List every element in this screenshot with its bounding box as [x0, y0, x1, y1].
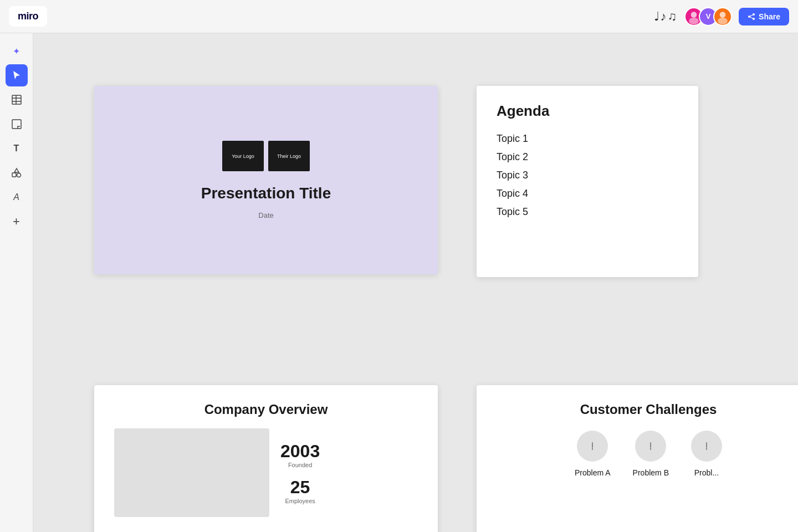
cursor-icon — [11, 70, 22, 81]
stat-employees: 25 Employees — [280, 477, 320, 504]
logo-box-yours: Your Logo — [222, 141, 264, 171]
agenda-item-2: Topic 2 — [497, 148, 678, 166]
problem-item-a: Problem A — [575, 431, 611, 477]
topbar: miro ♩♪♫ V Share — [0, 0, 798, 33]
sticky-icon — [11, 119, 22, 130]
toolbar-ai[interactable]: ✦ — [6, 40, 28, 62]
stat-founded-number: 2003 — [280, 441, 320, 462]
toolbar-cursor[interactable] — [6, 64, 28, 86]
svg-rect-9 — [12, 95, 21, 104]
logo-box-theirs: Their Logo — [268, 141, 310, 171]
left-toolbar: ✦ T A + — [0, 33, 33, 532]
font-tool-label: A — [13, 192, 19, 202]
problem-c-circle — [691, 431, 722, 462]
problem-item-c: Probl... — [691, 431, 722, 477]
problems-row: Problem A Problem B Probl... — [497, 431, 798, 477]
canvas-area[interactable]: Your Logo Their Logo Presentation Title … — [33, 33, 798, 532]
svg-point-15 — [17, 173, 21, 177]
table-icon — [11, 94, 22, 105]
svg-point-2 — [720, 12, 726, 18]
stat-founded-label: Founded — [280, 462, 320, 468]
slide-agenda[interactable]: Agenda Topic 1 Topic 2 Topic 3 Topic 4 T… — [477, 86, 698, 277]
app-logo[interactable]: miro — [9, 6, 47, 27]
stat-employees-number: 25 — [280, 477, 320, 498]
agenda-item-5: Topic 5 — [497, 203, 678, 221]
logo-row: Your Logo Their Logo — [222, 141, 310, 171]
slide-company-overview[interactable]: Company Overview 2003 Founded 25 Employe… — [94, 385, 438, 532]
svg-rect-13 — [12, 120, 21, 129]
toolbar-table[interactable] — [6, 89, 28, 111]
presentation-title: Presentation Title — [201, 185, 331, 202]
music-icon: ♩♪♫ — [654, 9, 678, 24]
svg-rect-14 — [12, 173, 16, 177]
avatars-group: V — [684, 7, 732, 26]
slide-customer-challenges[interactable]: Customer Challenges Problem A Problem B — [477, 385, 798, 532]
stat-employees-label: Employees — [280, 498, 320, 504]
slide-presentation-title[interactable]: Your Logo Their Logo Presentation Title … — [94, 86, 438, 274]
toolbar-shapes[interactable] — [6, 162, 28, 184]
toolbar-font[interactable]: A — [6, 186, 28, 208]
agenda-title: Agenda — [497, 103, 678, 120]
svg-point-1 — [689, 17, 699, 24]
share-label: Share — [759, 12, 780, 21]
agenda-item-4: Topic 4 — [497, 185, 678, 203]
company-overview-title: Company Overview — [114, 402, 418, 417]
company-stats: 2003 Founded 25 Employees — [280, 428, 320, 517]
avatar-3 — [713, 7, 732, 26]
company-image — [114, 428, 269, 517]
toolbar-add[interactable]: + — [6, 211, 28, 233]
svg-point-3 — [718, 17, 728, 24]
problem-a-circle — [577, 431, 608, 462]
problem-b-circle — [635, 431, 666, 462]
shapes-icon — [11, 167, 22, 178]
stat-founded: 2003 Founded — [280, 441, 320, 468]
toolbar-sticky[interactable] — [6, 113, 28, 135]
logo1-text: Your Logo — [232, 154, 254, 159]
topbar-right: ♩♪♫ V Share — [654, 7, 789, 26]
logo2-text: Their Logo — [277, 154, 301, 159]
customer-challenges-title: Customer Challenges — [497, 402, 798, 417]
text-tool-label: T — [14, 144, 19, 154]
add-icon: + — [13, 216, 20, 228]
agenda-item-1: Topic 1 — [497, 130, 678, 148]
problem-b-label: Problem B — [633, 468, 669, 477]
company-content: 2003 Founded 25 Employees — [114, 428, 418, 517]
svg-line-8 — [749, 17, 754, 19]
presentation-date: Date — [258, 211, 273, 219]
share-icon — [748, 13, 755, 21]
share-button[interactable]: Share — [739, 8, 789, 25]
toolbar-text[interactable]: T — [6, 137, 28, 160]
canvas-content: Your Logo Their Logo Presentation Title … — [33, 33, 798, 532]
svg-line-7 — [749, 14, 754, 17]
problem-item-b: Problem B — [633, 431, 669, 477]
svg-point-0 — [691, 12, 697, 18]
problem-c-label: Probl... — [694, 468, 719, 477]
problem-a-label: Problem A — [575, 468, 611, 477]
agenda-item-3: Topic 3 — [497, 166, 678, 185]
